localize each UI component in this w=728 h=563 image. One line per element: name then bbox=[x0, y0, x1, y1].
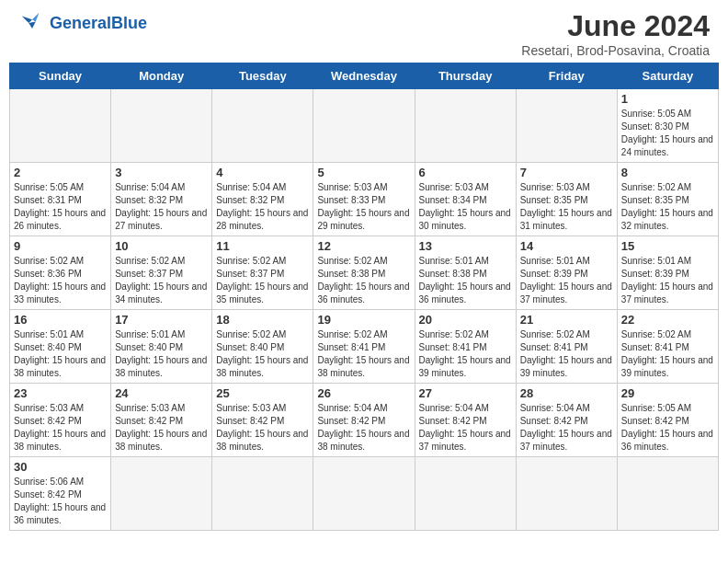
day-number: 1 bbox=[621, 92, 714, 106]
logo-text: GeneralBlue bbox=[50, 14, 147, 33]
calendar-cell: 26Sunrise: 5:04 AM Sunset: 8:42 PM Dayli… bbox=[313, 384, 415, 457]
calendar-cell: 1Sunrise: 5:05 AM Sunset: 8:30 PM Daylig… bbox=[617, 89, 718, 163]
day-info: Sunrise: 5:04 AM Sunset: 8:32 PM Dayligh… bbox=[216, 181, 309, 233]
day-info: Sunrise: 5:06 AM Sunset: 8:42 PM Dayligh… bbox=[14, 476, 107, 527]
svg-marker-2 bbox=[28, 22, 36, 29]
calendar-table: SundayMondayTuesdayWednesdayThursdayFrid… bbox=[9, 63, 719, 531]
day-number: 18 bbox=[216, 313, 309, 327]
calendar-cell bbox=[415, 89, 516, 163]
day-info: Sunrise: 5:03 AM Sunset: 8:35 PM Dayligh… bbox=[520, 181, 613, 233]
day-number: 28 bbox=[520, 386, 613, 400]
day-number: 22 bbox=[621, 313, 714, 327]
day-info: Sunrise: 5:02 AM Sunset: 8:41 PM Dayligh… bbox=[317, 328, 410, 380]
calendar-cell bbox=[111, 89, 212, 163]
day-number: 20 bbox=[419, 313, 512, 327]
day-info: Sunrise: 5:05 AM Sunset: 8:31 PM Dayligh… bbox=[14, 181, 107, 233]
day-number: 8 bbox=[621, 166, 714, 179]
day-header-saturday: Saturday bbox=[617, 63, 718, 89]
day-info: Sunrise: 5:02 AM Sunset: 8:36 PM Dayligh… bbox=[14, 255, 107, 306]
day-header-friday: Friday bbox=[516, 63, 617, 89]
calendar-cell bbox=[516, 457, 617, 531]
calendar-cell bbox=[415, 457, 516, 531]
calendar-cell: 22Sunrise: 5:02 AM Sunset: 8:41 PM Dayli… bbox=[617, 310, 718, 384]
calendar-cell: 19Sunrise: 5:02 AM Sunset: 8:41 PM Dayli… bbox=[313, 310, 415, 384]
calendar-cell: 16Sunrise: 5:01 AM Sunset: 8:40 PM Dayli… bbox=[10, 310, 111, 384]
calendar-cell bbox=[212, 89, 313, 163]
day-number: 27 bbox=[419, 386, 512, 400]
day-info: Sunrise: 5:02 AM Sunset: 8:35 PM Dayligh… bbox=[621, 181, 714, 233]
day-number: 16 bbox=[14, 313, 107, 327]
calendar-cell: 13Sunrise: 5:01 AM Sunset: 8:38 PM Dayli… bbox=[415, 236, 516, 310]
svg-marker-0 bbox=[22, 17, 32, 24]
calendar-cell: 17Sunrise: 5:01 AM Sunset: 8:40 PM Dayli… bbox=[111, 310, 212, 384]
day-number: 15 bbox=[621, 239, 714, 253]
calendar-cell: 23Sunrise: 5:03 AM Sunset: 8:42 PM Dayli… bbox=[10, 384, 111, 457]
day-info: Sunrise: 5:03 AM Sunset: 8:33 PM Dayligh… bbox=[317, 181, 410, 233]
calendar-week-5: 23Sunrise: 5:03 AM Sunset: 8:42 PM Dayli… bbox=[10, 384, 719, 457]
day-info: Sunrise: 5:02 AM Sunset: 8:37 PM Dayligh… bbox=[216, 255, 309, 306]
calendar-cell bbox=[313, 89, 415, 163]
day-number: 23 bbox=[14, 386, 107, 400]
day-number: 19 bbox=[317, 313, 410, 327]
calendar-cell: 27Sunrise: 5:04 AM Sunset: 8:42 PM Dayli… bbox=[415, 384, 516, 457]
day-info: Sunrise: 5:02 AM Sunset: 8:41 PM Dayligh… bbox=[520, 328, 613, 380]
day-number: 7 bbox=[520, 166, 613, 179]
location: Resetari, Brod-Posavina, Croatia bbox=[521, 43, 710, 58]
day-number: 3 bbox=[115, 166, 208, 179]
day-info: Sunrise: 5:05 AM Sunset: 8:42 PM Dayligh… bbox=[621, 402, 714, 454]
day-number: 9 bbox=[14, 239, 107, 253]
calendar-cell: 5Sunrise: 5:03 AM Sunset: 8:33 PM Daylig… bbox=[313, 163, 415, 236]
calendar-cell: 8Sunrise: 5:02 AM Sunset: 8:35 PM Daylig… bbox=[617, 163, 718, 236]
day-number: 2 bbox=[14, 166, 107, 179]
day-info: Sunrise: 5:02 AM Sunset: 8:41 PM Dayligh… bbox=[621, 328, 714, 380]
day-number: 12 bbox=[317, 239, 410, 253]
day-info: Sunrise: 5:04 AM Sunset: 8:42 PM Dayligh… bbox=[317, 402, 410, 454]
day-info: Sunrise: 5:02 AM Sunset: 8:40 PM Dayligh… bbox=[216, 328, 309, 380]
calendar-cell bbox=[111, 457, 212, 531]
day-header-thursday: Thursday bbox=[415, 63, 516, 89]
logo-icon bbox=[18, 9, 46, 37]
day-number: 6 bbox=[419, 166, 512, 179]
day-info: Sunrise: 5:01 AM Sunset: 8:40 PM Dayligh… bbox=[14, 328, 107, 380]
day-info: Sunrise: 5:04 AM Sunset: 8:42 PM Dayligh… bbox=[419, 402, 512, 454]
day-number: 21 bbox=[520, 313, 613, 327]
page-container: GeneralBlue June 2024 Resetari, Brod-Pos… bbox=[0, 0, 728, 531]
day-number: 14 bbox=[520, 239, 613, 253]
calendar-cell: 21Sunrise: 5:02 AM Sunset: 8:41 PM Dayli… bbox=[516, 310, 617, 384]
logo: GeneralBlue bbox=[18, 9, 147, 37]
day-number: 25 bbox=[216, 386, 309, 400]
svg-marker-1 bbox=[32, 13, 40, 22]
calendar-cell: 11Sunrise: 5:02 AM Sunset: 8:37 PM Dayli… bbox=[212, 236, 313, 310]
calendar-cell: 25Sunrise: 5:03 AM Sunset: 8:42 PM Dayli… bbox=[212, 384, 313, 457]
day-info: Sunrise: 5:03 AM Sunset: 8:42 PM Dayligh… bbox=[14, 402, 107, 454]
day-info: Sunrise: 5:02 AM Sunset: 8:38 PM Dayligh… bbox=[317, 255, 410, 306]
calendar-cell: 9Sunrise: 5:02 AM Sunset: 8:36 PM Daylig… bbox=[10, 236, 111, 310]
calendar-cell: 24Sunrise: 5:03 AM Sunset: 8:42 PM Dayli… bbox=[111, 384, 212, 457]
day-info: Sunrise: 5:03 AM Sunset: 8:42 PM Dayligh… bbox=[115, 402, 208, 454]
calendar-cell: 14Sunrise: 5:01 AM Sunset: 8:39 PM Dayli… bbox=[516, 236, 617, 310]
calendar-cell: 3Sunrise: 5:04 AM Sunset: 8:32 PM Daylig… bbox=[111, 163, 212, 236]
calendar-week-4: 16Sunrise: 5:01 AM Sunset: 8:40 PM Dayli… bbox=[10, 310, 719, 384]
day-info: Sunrise: 5:04 AM Sunset: 8:32 PM Dayligh… bbox=[115, 181, 208, 233]
calendar-cell bbox=[10, 89, 111, 163]
day-header-monday: Monday bbox=[111, 63, 212, 89]
calendar-cell: 29Sunrise: 5:05 AM Sunset: 8:42 PM Dayli… bbox=[617, 384, 718, 457]
calendar-cell: 10Sunrise: 5:02 AM Sunset: 8:37 PM Dayli… bbox=[111, 236, 212, 310]
title-section: June 2024 Resetari, Brod-Posavina, Croat… bbox=[521, 9, 710, 58]
calendar-week-1: 1Sunrise: 5:05 AM Sunset: 8:30 PM Daylig… bbox=[10, 89, 719, 163]
day-header-tuesday: Tuesday bbox=[212, 63, 313, 89]
month-title: June 2024 bbox=[521, 9, 710, 43]
calendar-cell: 15Sunrise: 5:01 AM Sunset: 8:39 PM Dayli… bbox=[617, 236, 718, 310]
day-info: Sunrise: 5:03 AM Sunset: 8:34 PM Dayligh… bbox=[419, 181, 512, 233]
day-info: Sunrise: 5:01 AM Sunset: 8:38 PM Dayligh… bbox=[419, 255, 512, 306]
day-number: 24 bbox=[115, 386, 208, 400]
calendar-week-3: 9Sunrise: 5:02 AM Sunset: 8:36 PM Daylig… bbox=[10, 236, 719, 310]
calendar-cell bbox=[212, 457, 313, 531]
day-header-sunday: Sunday bbox=[10, 63, 111, 89]
day-info: Sunrise: 5:05 AM Sunset: 8:30 PM Dayligh… bbox=[621, 108, 714, 159]
calendar-cell: 2Sunrise: 5:05 AM Sunset: 8:31 PM Daylig… bbox=[10, 163, 111, 236]
header: GeneralBlue June 2024 Resetari, Brod-Pos… bbox=[0, 0, 728, 63]
day-info: Sunrise: 5:03 AM Sunset: 8:42 PM Dayligh… bbox=[216, 402, 309, 454]
calendar-cell: 18Sunrise: 5:02 AM Sunset: 8:40 PM Dayli… bbox=[212, 310, 313, 384]
calendar-cell: 12Sunrise: 5:02 AM Sunset: 8:38 PM Dayli… bbox=[313, 236, 415, 310]
